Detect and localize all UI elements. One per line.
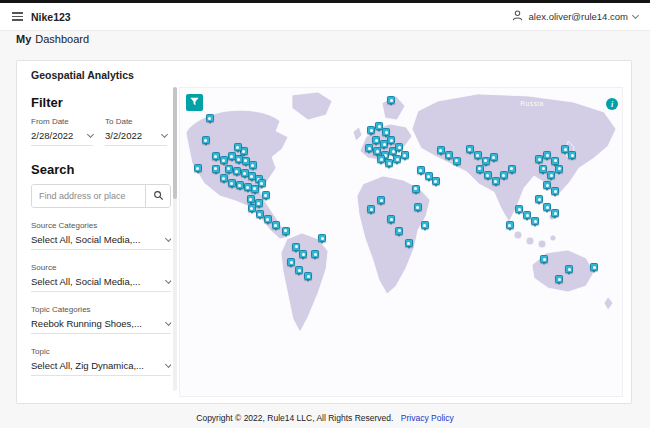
map-pin[interactable] [482, 157, 490, 165]
map-pin[interactable] [535, 155, 543, 163]
privacy-policy-link[interactable]: Privacy Policy [401, 413, 454, 423]
map-pin[interactable] [474, 151, 482, 159]
map-pin[interactable] [367, 205, 375, 213]
map-pin[interactable] [405, 239, 413, 247]
map-pin[interactable] [212, 152, 220, 160]
map-pin[interactable] [551, 209, 559, 217]
map-pin[interactable] [543, 203, 551, 211]
to-date-select[interactable]: 3/2/2022 [105, 130, 167, 146]
map-pin[interactable] [555, 165, 563, 173]
map-pin[interactable] [256, 210, 264, 218]
map-pin[interactable] [206, 114, 214, 122]
map-pin[interactable] [262, 191, 270, 199]
map-pin[interactable] [414, 203, 422, 211]
topic-categories-select[interactable]: Reebok Running Shoes,... [31, 318, 171, 334]
map-pin[interactable] [299, 250, 307, 258]
map-pin[interactable] [377, 196, 385, 204]
map-pin[interactable] [272, 221, 280, 229]
map-pin[interactable] [543, 151, 551, 159]
source-categories-select[interactable]: Select All, Social Media,... [31, 234, 171, 250]
map-pin[interactable] [387, 215, 395, 223]
map-pin[interactable] [311, 250, 319, 258]
map-pin[interactable] [555, 275, 563, 283]
map-pin[interactable] [228, 179, 236, 187]
map-pin[interactable] [540, 255, 548, 263]
map-pin[interactable] [382, 128, 390, 136]
map-pin[interactable] [255, 199, 263, 207]
map-pin[interactable] [437, 146, 445, 154]
map-info-icon[interactable]: i [606, 98, 618, 110]
map-pin[interactable] [295, 266, 303, 274]
map-pin[interactable] [432, 177, 440, 185]
map-pin[interactable] [551, 157, 559, 165]
map-pin[interactable] [393, 155, 401, 163]
map-pin[interactable] [233, 167, 241, 175]
map-pin[interactable] [421, 221, 429, 229]
map-pin[interactable] [318, 234, 326, 242]
map-pin[interactable] [365, 144, 373, 152]
map-pin[interactable] [515, 205, 523, 213]
map-pin[interactable] [417, 166, 425, 174]
map-pin[interactable] [484, 171, 492, 179]
map-pin[interactable] [565, 265, 573, 273]
map-pin[interactable] [445, 151, 453, 159]
map-filter-button[interactable] [186, 94, 203, 111]
scrollbar-thumb[interactable] [173, 87, 177, 199]
map-pin[interactable] [551, 187, 559, 195]
map-pin[interactable] [194, 164, 202, 172]
map-pin[interactable] [476, 165, 484, 173]
map-pin[interactable] [490, 153, 498, 161]
search-input[interactable] [32, 185, 145, 207]
map-pin[interactable] [377, 155, 385, 163]
topic-select[interactable]: Select All, Zig Dynamica,... [31, 360, 171, 376]
map-pin[interactable] [539, 165, 547, 173]
map-pin[interactable] [412, 185, 420, 193]
geospatial-map[interactable]: Russia i [179, 87, 623, 397]
map-pin[interactable] [543, 181, 551, 189]
map-pin[interactable] [590, 263, 598, 271]
source-select[interactable]: Select All, Social Media,... [31, 276, 171, 292]
map-pin[interactable] [506, 221, 514, 229]
map-pin[interactable] [372, 136, 380, 144]
map-pin[interactable] [535, 195, 543, 203]
map-pin[interactable] [401, 151, 409, 159]
map-pin[interactable] [453, 157, 461, 165]
map-pin[interactable] [500, 171, 508, 179]
map-pin[interactable] [225, 165, 233, 173]
map-pin[interactable] [234, 143, 242, 151]
map-pin[interactable] [367, 126, 375, 134]
map-pin[interactable] [508, 165, 516, 173]
map-pin[interactable] [247, 195, 255, 203]
map-pin[interactable] [248, 204, 256, 212]
map-pin[interactable] [287, 258, 295, 266]
map-pin[interactable] [466, 145, 474, 153]
map-pin[interactable] [385, 159, 393, 167]
from-date-select[interactable]: 2/28/2022 [31, 130, 93, 146]
user-menu[interactable]: alex.oliver@rule14.com [511, 9, 638, 24]
map-pin[interactable] [282, 227, 290, 235]
map-pin[interactable] [236, 181, 244, 189]
map-pin[interactable] [202, 136, 210, 144]
filter-sidebar: Filter From Date 2/28/2022 To Date 3/2/2… [31, 87, 171, 395]
map-pin[interactable] [387, 136, 395, 144]
map-pin[interactable] [387, 96, 395, 104]
map-pin[interactable] [492, 177, 500, 185]
lexicon-categories-select[interactable]: Lexicon Categories [31, 394, 171, 395]
sidebar-scrollbar[interactable] [173, 87, 177, 391]
search-button[interactable] [145, 185, 170, 207]
map-pin[interactable] [395, 227, 403, 235]
map-pin[interactable] [212, 165, 220, 173]
map-pin[interactable] [264, 215, 272, 223]
map-pin[interactable] [373, 147, 381, 155]
map-pin[interactable] [568, 151, 576, 159]
hamburger-menu-icon[interactable] [12, 12, 23, 21]
map-pin[interactable] [220, 174, 228, 182]
map-pin[interactable] [249, 161, 257, 169]
map-pin[interactable] [547, 171, 555, 179]
map-pin[interactable] [523, 211, 531, 219]
map-pin[interactable] [531, 217, 539, 225]
map-pin[interactable] [304, 272, 312, 280]
map-pin[interactable] [220, 156, 228, 164]
map-pin[interactable] [258, 179, 266, 187]
map-pin[interactable] [395, 143, 403, 151]
